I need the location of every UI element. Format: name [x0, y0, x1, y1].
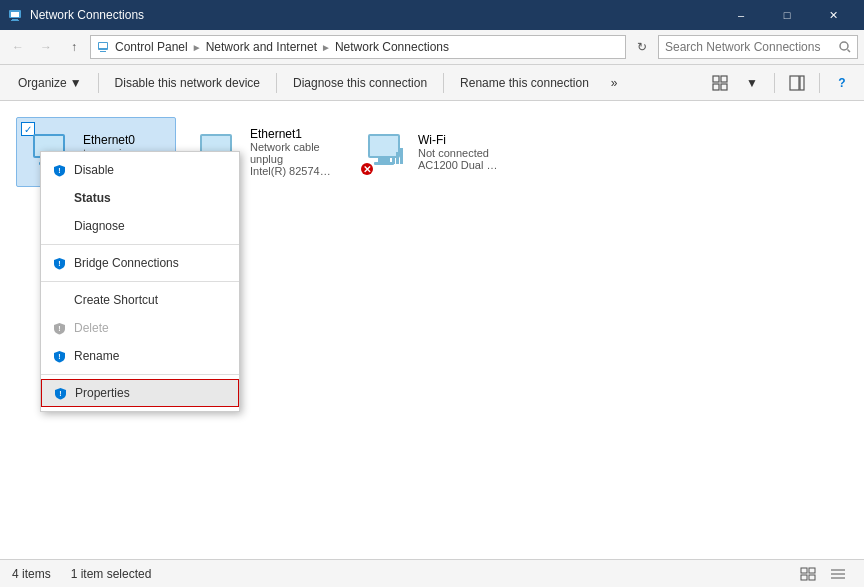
svg-rect-30 — [396, 152, 399, 164]
wifi-name: Wi-Fi — [418, 133, 504, 147]
delete-shield-icon: ! — [53, 322, 66, 335]
svg-line-8 — [848, 50, 851, 53]
search-box — [658, 35, 858, 59]
ctx-diagnose[interactable]: Diagnose — [41, 212, 239, 240]
view-options-button[interactable] — [706, 69, 734, 97]
window-controls: – □ ✕ — [718, 0, 856, 30]
maximize-button[interactable]: □ — [764, 0, 810, 30]
svg-rect-5 — [99, 43, 107, 48]
item-count: 4 items — [12, 567, 51, 581]
svg-rect-9 — [713, 76, 719, 82]
svg-rect-2 — [12, 19, 18, 20]
svg-rect-29 — [392, 156, 395, 164]
disable-button[interactable]: Disable this network device — [105, 69, 270, 97]
svg-text:✕: ✕ — [363, 164, 371, 175]
minimize-button[interactable]: – — [718, 0, 764, 30]
more-button[interactable]: » — [601, 69, 628, 97]
diagnose-button[interactable]: Diagnose this connection — [283, 69, 437, 97]
ethernet1-name: Ethernet1 — [250, 127, 336, 141]
ctx-create-shortcut[interactable]: Create Shortcut — [41, 286, 239, 314]
search-input[interactable] — [665, 40, 835, 54]
title-bar: Network Connections – □ ✕ — [0, 0, 864, 30]
rename-shield-icon: ! — [53, 350, 66, 363]
forward-button[interactable]: → — [34, 35, 58, 59]
ethernet0-name: Ethernet0 — [83, 133, 167, 147]
details-view-button[interactable] — [824, 560, 852, 588]
wifi-info: Wi-Fi Not connected AC1200 Dual Band Wir… — [418, 133, 504, 171]
svg-rect-10 — [721, 76, 727, 82]
list-view-button[interactable] — [794, 560, 822, 588]
svg-rect-31 — [400, 148, 403, 164]
status-bar: 4 items 1 item selected — [0, 559, 864, 587]
wifi-error-badge: ✕ — [360, 162, 374, 176]
ctx-separator-2 — [41, 281, 239, 282]
search-icon — [839, 41, 851, 53]
bridge-shield-icon: ! — [53, 257, 66, 270]
svg-rect-1 — [11, 12, 19, 17]
close-button[interactable]: ✕ — [810, 0, 856, 30]
svg-rect-40 — [809, 568, 815, 573]
svg-text:!: ! — [58, 353, 60, 360]
toolbar-separator-1 — [98, 73, 99, 93]
svg-rect-27 — [378, 158, 390, 162]
svg-rect-28 — [374, 162, 394, 165]
ctx-status[interactable]: Status — [41, 184, 239, 212]
svg-text:!: ! — [58, 260, 60, 267]
ethernet1-info: Ethernet1 Network cable unplug Intel(R) … — [250, 127, 336, 177]
svg-rect-14 — [800, 76, 804, 90]
svg-rect-39 — [801, 568, 807, 573]
refresh-button[interactable]: ↻ — [630, 35, 654, 59]
svg-rect-12 — [721, 84, 727, 90]
properties-shield-icon: ! — [54, 387, 67, 400]
detail-pane-button[interactable] — [783, 69, 811, 97]
ctx-separator-3 — [41, 374, 239, 375]
view-options-icon — [712, 75, 728, 91]
toolbar-separator-2 — [276, 73, 277, 93]
ethernet1-adapter: Intel(R) 82574L Gigabit ... — [250, 165, 336, 177]
disable-shield-icon: ! — [53, 164, 66, 177]
ethernet1-sub: Network cable unplug — [250, 141, 336, 165]
up-button[interactable]: ↑ — [62, 35, 86, 59]
ctx-delete[interactable]: ! Delete — [41, 314, 239, 342]
window-icon — [8, 7, 24, 23]
svg-text:!: ! — [59, 390, 61, 397]
ctx-bridge[interactable]: ! Bridge Connections — [41, 249, 239, 277]
help-button[interactable]: ? — [828, 69, 856, 97]
breadcrumb-part-2[interactable]: Network and Internet — [206, 40, 317, 54]
toolbar: Organize ▼ Disable this network device D… — [0, 65, 864, 101]
svg-text:!: ! — [58, 167, 60, 174]
svg-rect-42 — [809, 575, 815, 580]
details-view-icon — [830, 566, 846, 582]
wifi-sub: Not connected — [418, 147, 504, 159]
svg-rect-41 — [801, 575, 807, 580]
ctx-properties[interactable]: ! Properties — [41, 379, 239, 407]
svg-rect-26 — [370, 136, 398, 156]
breadcrumb-icon — [97, 40, 111, 54]
back-button[interactable]: ← — [6, 35, 30, 59]
breadcrumb-part-3[interactable]: Network Connections — [335, 40, 449, 54]
breadcrumb-part-1[interactable]: Control Panel — [115, 40, 188, 54]
view-dropdown-button[interactable]: ▼ — [738, 69, 766, 97]
organize-button[interactable]: Organize ▼ — [8, 69, 92, 97]
svg-rect-6 — [100, 51, 106, 52]
address-bar: ← → ↑ Control Panel ► Network and Intern… — [0, 30, 864, 65]
svg-text:!: ! — [58, 325, 60, 332]
toolbar-separator-3 — [443, 73, 444, 93]
svg-point-7 — [840, 42, 848, 50]
ctx-separator-1 — [41, 244, 239, 245]
svg-rect-11 — [713, 84, 719, 90]
wifi-adapter: AC1200 Dual Band Wir... — [418, 159, 504, 171]
network-item-wifi[interactable]: ✕ Wi-Fi Not connected AC1200 Dual Band W… — [352, 117, 512, 187]
breadcrumb[interactable]: Control Panel ► Network and Internet ► N… — [90, 35, 626, 59]
detail-pane-icon — [789, 75, 805, 91]
ctx-rename[interactable]: ! Rename — [41, 342, 239, 370]
rename-button[interactable]: Rename this connection — [450, 69, 599, 97]
ctx-disable[interactable]: ! Disable — [41, 156, 239, 184]
svg-rect-3 — [11, 20, 19, 21]
context-menu: ! Disable Status Diagnose ! Brid — [40, 151, 240, 412]
content-area: ✓ Ethernet0 tsunami Intel(R) 82574L Giga… — [0, 101, 864, 559]
toolbar-right: ▼ ? — [706, 69, 856, 97]
svg-rect-13 — [790, 76, 799, 90]
main-content: ✓ Ethernet0 tsunami Intel(R) 82574L Giga… — [0, 101, 864, 559]
list-view-icon — [800, 566, 816, 582]
